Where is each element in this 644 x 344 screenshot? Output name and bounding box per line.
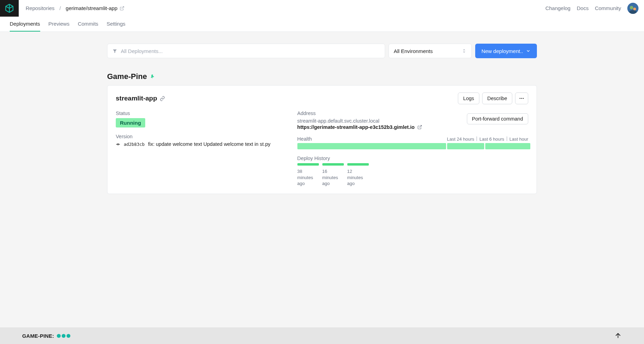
nav-docs[interactable]: Docs [577,5,589,11]
avatar[interactable] [627,3,638,14]
health-periods: Last 24 hours Last 6 hours Last hour [447,136,528,142]
health-segment-1h [485,143,530,149]
breadcrumb: Repositories / gerimate/streamlit-app [26,5,124,11]
svg-point-2 [633,8,636,10]
svg-point-4 [521,98,522,99]
environment-select-label: All Environments [394,48,433,54]
card-left-column: Status Running Version ad2b83cb fix: upd… [116,111,287,187]
status-badge: Running [116,118,145,127]
app-name-text: streamlit-app [116,95,157,102]
tab-commits[interactable]: Commits [78,17,98,32]
environment-select[interactable]: All Environments [389,44,472,58]
card-right-column: Port-forward command Address streamlit-a… [297,111,528,187]
svg-point-5 [523,98,524,99]
deploy-history-time: 12 minutes ago [347,168,369,187]
link-icon[interactable] [160,96,165,101]
nav-community[interactable]: Community [595,5,621,11]
describe-button[interactable]: Describe [482,92,512,104]
port-forward-button[interactable]: Port-forward command [467,113,528,124]
deploy-history-row: 38 minutes ago 16 minutes ago [297,163,528,187]
filter-icon [112,48,118,54]
health-bar [297,143,528,149]
filter-row: All Environments New deployment.. [107,44,537,58]
health-header: Health Last 24 hours Last 6 hours Last h… [297,136,528,142]
more-actions-button[interactable] [515,92,528,104]
cluster-name: Game-Pine [107,72,147,81]
deployment-card: streamlit-app Logs Describe Status [107,85,537,194]
select-chevrons-icon [462,48,467,53]
app-name: streamlit-app [116,95,165,102]
deploy-history-item[interactable]: 16 minutes ago [322,163,344,187]
commit-hash[interactable]: ad2b83cb [124,142,145,147]
cluster-title: Game-Pine [107,72,537,81]
external-link-icon [120,6,124,11]
pin-icon[interactable] [148,72,157,81]
header-links: Changelog Docs Community [545,3,638,14]
top-header: Repositories / gerimate/streamlit-app Ch… [0,0,644,17]
tab-deployments[interactable]: Deployments [10,17,40,32]
svg-point-1 [630,6,633,9]
health-segment-24h [297,143,446,149]
external-link-icon [417,125,422,130]
breadcrumb-separator: / [59,5,61,11]
svg-point-6 [118,143,119,145]
status-label: Status [116,111,287,116]
logo[interactable] [0,0,19,17]
deploy-history-time: 16 minutes ago [322,168,344,187]
card-header: streamlit-app Logs Describe [116,92,528,104]
git-commit-icon [116,142,120,147]
health-label: Health [297,136,312,142]
deploy-history-item[interactable]: 12 minutes ago [347,163,369,187]
chevron-down-icon [526,48,531,53]
health-period-24h[interactable]: Last 24 hours [447,136,474,142]
tab-previews[interactable]: Previews [49,17,70,32]
address-public-text: https://gerimate-streamlit-app-e3c152b3.… [297,124,415,130]
svg-point-3 [520,98,521,99]
health-period-6h[interactable]: Last 6 hours [479,136,504,142]
card-actions: Logs Describe [458,92,528,104]
version-label: Version [116,134,287,139]
commit-message: fix: update welcome text Updated welcome… [148,141,270,147]
tab-settings[interactable]: Settings [107,17,125,32]
health-period-1h[interactable]: Last hour [510,136,528,142]
address-public[interactable]: https://gerimate-streamlit-app-e3c152b3.… [297,124,528,130]
breadcrumb-repo-name: gerimate/streamlit-app [66,5,118,11]
more-horizontal-icon [519,96,524,101]
card-body: Status Running Version ad2b83cb fix: upd… [116,111,528,187]
logs-button[interactable]: Logs [458,92,479,104]
breadcrumb-root[interactable]: Repositories [26,5,54,11]
new-deployment-button[interactable]: New deployment.. [475,44,537,58]
deploy-history-time: 38 minutes ago [297,168,319,187]
main-content: All Environments New deployment.. Game-P… [107,32,537,222]
nav-changelog[interactable]: Changelog [545,5,571,11]
deploy-history-label: Deploy History [297,156,528,161]
breadcrumb-current[interactable]: gerimate/streamlit-app [66,5,124,11]
search-input[interactable] [121,48,380,54]
deployment-search[interactable] [107,44,385,58]
deploy-history-bar [347,163,369,166]
commit-row: ad2b83cb fix: update welcome text Update… [116,141,287,147]
new-deployment-label: New deployment.. [481,48,523,54]
deploy-history-bar [322,163,344,166]
health-segment-6h [447,143,484,149]
deploy-history-item[interactable]: 38 minutes ago [297,163,319,187]
nav-tabs: Deployments Previews Commits Settings [0,17,644,32]
deploy-history-bar [297,163,319,166]
